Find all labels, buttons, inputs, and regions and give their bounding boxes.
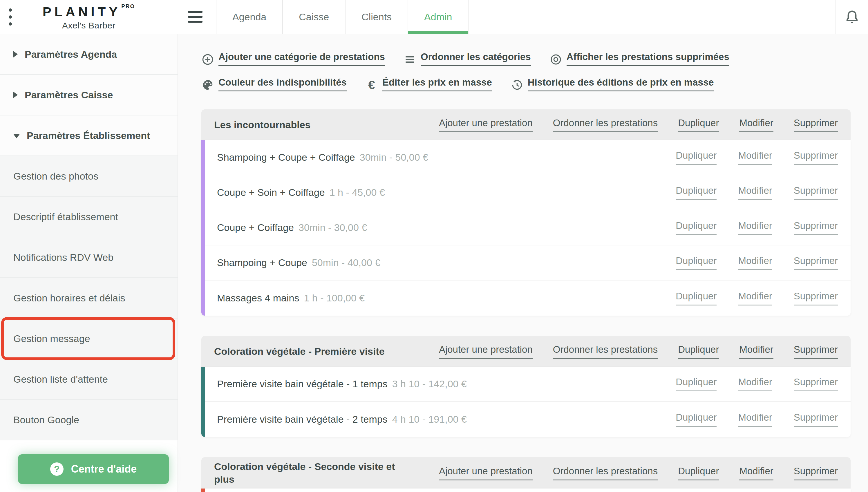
link-supprimer[interactable]: Supprimer bbox=[794, 466, 838, 481]
link-dupliquer[interactable]: Dupliquer bbox=[678, 466, 719, 481]
brand-logo: PLANITYPRO Axel's Barber bbox=[0, 0, 177, 34]
service-duration-price: 1 h - 45,00 € bbox=[329, 187, 385, 198]
hamburger-icon[interactable] bbox=[188, 11, 202, 23]
link-modifier[interactable]: Modifier bbox=[739, 344, 773, 359]
link-ordonner-les-prestations[interactable]: Ordonner les prestations bbox=[553, 466, 658, 481]
table-row: Shampoing + Coupe50min - 40,00 €Duplique… bbox=[205, 245, 850, 280]
service-row-links: DupliquerModifierSupprimer bbox=[676, 150, 838, 165]
settings-sidebar: Paramètres AgendaParamètres CaisseParamè… bbox=[0, 34, 178, 492]
sidebar-item-gestion-des-photos[interactable]: Gestion des photos bbox=[0, 156, 177, 197]
link-ordonner-les-prestations[interactable]: Ordonner les prestations bbox=[553, 344, 658, 359]
link-dupliquer[interactable]: Dupliquer bbox=[676, 150, 717, 165]
service-duration-price: 30min - 30,00 € bbox=[299, 222, 367, 233]
link-dupliquer[interactable]: Dupliquer bbox=[676, 185, 717, 200]
service-duration-price: 30min - 50,00 € bbox=[360, 152, 428, 163]
link-modifier[interactable]: Modifier bbox=[738, 255, 772, 270]
table-row: Coupe + Coiffage30min - 30,00 €Dupliquer… bbox=[205, 210, 850, 245]
toolbar-row: Ajouter une catégorie de prestationsOrdo… bbox=[201, 49, 850, 68]
table-row: Massages 4 mains1 h - 100,00 €DupliquerM… bbox=[205, 280, 850, 316]
top-header: PLANITYPRO Axel's Barber AgendaCaisseCli… bbox=[0, 0, 868, 34]
link-ordonner-les-categories[interactable]: Ordonner les catégories bbox=[403, 51, 531, 66]
link-supprimer[interactable]: Supprimer bbox=[794, 150, 838, 165]
category-rows bbox=[201, 489, 850, 492]
link-supprimer[interactable]: Supprimer bbox=[794, 255, 838, 270]
category-header-links: Ajouter une prestationOrdonner les prest… bbox=[439, 118, 838, 132]
link-modifier[interactable]: Modifier bbox=[738, 150, 772, 165]
link-supprimer[interactable]: Supprimer bbox=[794, 118, 838, 132]
sidebar-item-label: Gestion des photos bbox=[13, 171, 98, 182]
category-header: Coloration végétale - Seconde visite et … bbox=[201, 457, 850, 489]
link-dupliquer[interactable]: Dupliquer bbox=[676, 291, 717, 305]
sidebar-section-parametres-agenda[interactable]: Paramètres Agenda bbox=[0, 34, 177, 75]
list-icon bbox=[403, 53, 416, 66]
link-supprimer[interactable]: Supprimer bbox=[794, 220, 838, 235]
link-dupliquer[interactable]: Dupliquer bbox=[676, 255, 717, 270]
category-title: Les incontournables bbox=[214, 118, 311, 131]
link-modifier[interactable]: Modifier bbox=[738, 412, 772, 427]
bell-icon[interactable] bbox=[844, 8, 861, 25]
link-modifier[interactable]: Modifier bbox=[739, 118, 773, 132]
link-modifier[interactable]: Modifier bbox=[738, 220, 772, 235]
link-dupliquer[interactable]: Dupliquer bbox=[676, 412, 717, 427]
sidebar-item-gestion-horaires-et-delais[interactable]: Gestion horaires et délais bbox=[0, 278, 177, 319]
service-name: Shampoing + Coupe + Coiffage bbox=[217, 152, 355, 163]
tab-agenda[interactable]: Agenda bbox=[216, 0, 282, 34]
service-duration-price: 3 h 10 - 142,00 € bbox=[392, 378, 467, 390]
table-row: Coupe + Soin + Coiffage1 h - 45,00 €Dupl… bbox=[205, 175, 850, 210]
sidebar-item-label: Gestion message bbox=[13, 333, 90, 344]
link-dupliquer[interactable]: Dupliquer bbox=[676, 376, 717, 391]
sidebar-item-gestion-message[interactable]: Gestion message bbox=[0, 319, 177, 359]
link-supprimer[interactable]: Supprimer bbox=[794, 412, 838, 427]
link-supprimer[interactable]: Supprimer bbox=[794, 185, 838, 200]
sidebar-item-gestion-liste-d-attente[interactable]: Gestion liste d'attente bbox=[0, 359, 177, 400]
sidebar-section-parametres-caisse[interactable]: Paramètres Caisse bbox=[0, 75, 177, 116]
tab-caisse[interactable]: Caisse bbox=[282, 0, 345, 34]
link-dupliquer[interactable]: Dupliquer bbox=[678, 344, 719, 359]
sidebar-item-notifications-rdv-web[interactable]: Notifications RDV Web bbox=[0, 237, 177, 278]
link-ajouter-une-prestation[interactable]: Ajouter une prestation bbox=[439, 344, 532, 359]
tab-admin[interactable]: Admin bbox=[407, 0, 469, 34]
category-title: Coloration végétale - Seconde visite et … bbox=[214, 460, 405, 486]
link-supprimer[interactable]: Supprimer bbox=[794, 344, 838, 359]
tab-clients[interactable]: Clients bbox=[345, 0, 407, 34]
link-modifier[interactable]: Modifier bbox=[739, 466, 773, 481]
services-toolbar: Ajouter une catégorie de prestationsOrdo… bbox=[201, 49, 850, 93]
link-dupliquer[interactable]: Dupliquer bbox=[678, 118, 719, 132]
table-row: Shampoing + Coupe + Coiffage30min - 50,0… bbox=[205, 140, 850, 175]
sidebar-item-bouton-google[interactable]: Bouton Google bbox=[0, 400, 177, 440]
toolbar-link-label: Éditer les prix en masse bbox=[382, 77, 492, 91]
service-row-links: DupliquerModifierSupprimer bbox=[676, 376, 838, 391]
euro-icon: € bbox=[365, 79, 378, 91]
link-supprimer[interactable]: Supprimer bbox=[794, 291, 838, 305]
plus-circle-icon bbox=[201, 53, 214, 66]
category-header: Coloration végétale - Première visiteAjo… bbox=[201, 336, 850, 367]
link-ajouter-une-categorie-de-prestations[interactable]: Ajouter une catégorie de prestations bbox=[201, 51, 385, 66]
link-modifier[interactable]: Modifier bbox=[738, 185, 772, 200]
category-card-coloration-vegetale-premiere-visite: Coloration végétale - Première visiteAjo… bbox=[201, 336, 850, 437]
toolbar-link-label: Couleur des indisponibilités bbox=[219, 77, 347, 91]
link-editer-les-prix-en-masse[interactable]: €Éditer les prix en masse bbox=[365, 77, 492, 91]
link-ajouter-une-prestation[interactable]: Ajouter une prestation bbox=[439, 118, 532, 132]
palette-icon bbox=[201, 79, 214, 91]
sidebar-section-label: Paramètres Caisse bbox=[25, 89, 113, 101]
service-name: Première visite bain végétale - 1 temps bbox=[217, 378, 388, 390]
link-dupliquer[interactable]: Dupliquer bbox=[676, 220, 717, 235]
help-center-button[interactable]: ? Centre d'aide bbox=[18, 454, 169, 484]
service-row-links: DupliquerModifierSupprimer bbox=[676, 291, 838, 305]
link-modifier[interactable]: Modifier bbox=[738, 376, 772, 391]
link-modifier[interactable]: Modifier bbox=[738, 291, 772, 305]
sidebar-section-label: Paramètres Établissement bbox=[27, 130, 150, 141]
link-ordonner-les-prestations[interactable]: Ordonner les prestations bbox=[553, 118, 658, 132]
sidebar-section-parametres-etablissement[interactable]: Paramètres Établissement bbox=[0, 116, 177, 156]
service-row-links: DupliquerModifierSupprimer bbox=[676, 220, 838, 235]
link-couleur-des-indisponibilites[interactable]: Couleur des indisponibilités bbox=[201, 77, 347, 91]
sidebar-item-descriptif-etablissement[interactable]: Descriptif établissement bbox=[0, 197, 177, 237]
chevron-right-icon bbox=[13, 92, 18, 98]
link-ajouter-une-prestation[interactable]: Ajouter une prestation bbox=[439, 466, 532, 481]
link-historique-des-editions-de-prix-en-masse[interactable]: Historique des éditions de prix en masse bbox=[511, 77, 714, 91]
history-icon bbox=[511, 79, 523, 91]
toolbar-link-label: Ordonner les catégories bbox=[421, 51, 531, 66]
link-supprimer[interactable]: Supprimer bbox=[794, 376, 838, 391]
table-row: Première visite bain végétale - 2 temps4… bbox=[205, 402, 850, 437]
link-afficher-les-prestations-supprimees[interactable]: Afficher les prestations supprimées bbox=[549, 51, 729, 66]
